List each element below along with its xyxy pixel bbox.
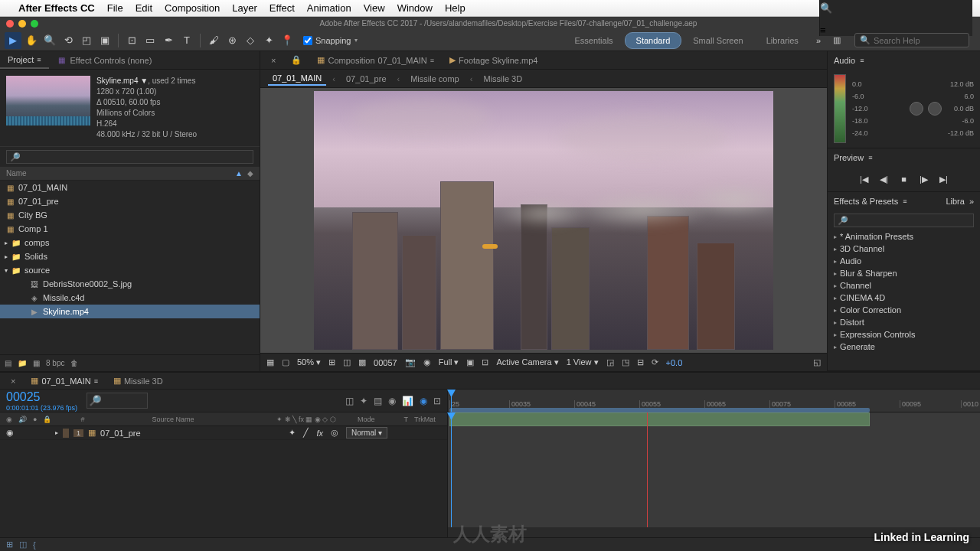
project-columns[interactable]: Name ▲ ◆ bbox=[0, 167, 260, 181]
new-comp-icon[interactable]: ▦ bbox=[33, 359, 40, 367]
workspace-standard[interactable]: Standard bbox=[625, 32, 682, 49]
time-ruler[interactable]: 25 00035 00045 00055 00065 00075 00085 0… bbox=[448, 390, 980, 412]
exposure-value[interactable]: +0.0 bbox=[666, 358, 683, 367]
chevron-down-icon[interactable]: ▾ bbox=[354, 37, 358, 44]
switch-blur[interactable]: ◎ bbox=[331, 428, 338, 438]
item-folder-solids[interactable]: ▸📁Solids bbox=[0, 249, 260, 263]
bc-missile[interactable]: Missile comp bbox=[406, 73, 464, 85]
item-comp-pre[interactable]: ▦07_01_pre bbox=[0, 194, 260, 208]
bc-missile3d[interactable]: Missile 3D bbox=[479, 73, 527, 85]
eraser-tool[interactable]: ◇ bbox=[242, 32, 259, 49]
item-comp-1[interactable]: ▦Comp 1 bbox=[0, 222, 260, 236]
toggle-in-out-icon[interactable]: { bbox=[33, 540, 36, 549]
toggle-switches-icon[interactable]: ⊞ bbox=[6, 540, 13, 549]
roi-icon[interactable]: ◫ bbox=[343, 357, 351, 367]
item-file-skyline[interactable]: ▶Skyline.mp4 bbox=[0, 305, 260, 318]
timeline-icon[interactable]: ⊟ bbox=[637, 357, 644, 367]
flowchart-icon[interactable]: ◱ bbox=[813, 357, 821, 367]
pen-tool[interactable]: ✒ bbox=[160, 32, 177, 49]
frame-display[interactable]: 00057 bbox=[374, 358, 397, 367]
fx-cat-expression[interactable]: Expression Controls bbox=[828, 328, 980, 341]
trash-icon[interactable]: 🗑 bbox=[70, 359, 78, 367]
workspace-more[interactable]: » bbox=[810, 33, 827, 48]
timeline-search[interactable] bbox=[87, 393, 148, 409]
project-search-input[interactable] bbox=[6, 150, 253, 164]
snapping-checkbox[interactable] bbox=[303, 36, 312, 45]
timeline-track-area[interactable]: 25 00035 00045 00055 00065 00075 00085 0… bbox=[448, 390, 980, 537]
item-comp-main[interactable]: ▦07_01_MAIN bbox=[0, 181, 260, 194]
level-knob-r[interactable] bbox=[928, 102, 942, 116]
puppet-tool[interactable]: 📍 bbox=[279, 32, 296, 49]
prev-frame-button[interactable]: ◀| bbox=[878, 173, 890, 185]
item-file-missile[interactable]: ◈Missile.c4d bbox=[0, 291, 260, 305]
cti-line[interactable] bbox=[451, 412, 452, 527]
label-column-icon[interactable]: ◆ bbox=[247, 169, 253, 178]
level-knob-l[interactable] bbox=[910, 102, 923, 116]
solo-col-icon[interactable]: ● bbox=[33, 416, 37, 423]
switch-fx[interactable]: fx bbox=[316, 429, 323, 438]
new-folder-icon[interactable]: 📁 bbox=[18, 359, 27, 367]
current-timecode[interactable]: 00025 bbox=[6, 390, 77, 404]
brain-icon[interactable]: ⊡ bbox=[433, 396, 441, 406]
anchor-tool[interactable]: ⊡ bbox=[123, 32, 140, 49]
brush-tool[interactable]: 🖌 bbox=[205, 32, 222, 49]
camera-select[interactable]: Active Camera ▾ bbox=[496, 357, 558, 367]
current-time-indicator[interactable] bbox=[451, 390, 452, 412]
menu-effect[interactable]: Effect bbox=[270, 2, 295, 14]
tab-effect-controls[interactable]: ▦Effect Controls (none) bbox=[49, 52, 160, 69]
resolution-select[interactable]: Full ▾ bbox=[439, 357, 459, 367]
layer-row-1[interactable]: ◉ ▸ 1 ▦ 07_01_pre ✦ ╱ fx ◎ Normal ▾ bbox=[0, 426, 447, 440]
first-frame-button[interactable]: |◀ bbox=[858, 173, 871, 185]
workspace-essentials[interactable]: Essentials bbox=[563, 32, 624, 49]
zoom-select[interactable]: 50% ▾ bbox=[297, 357, 321, 367]
selection-tool[interactable]: ▶ bbox=[5, 32, 21, 49]
fx-cat-blur[interactable]: Blur & Sharpen bbox=[828, 267, 980, 279]
grid-icon[interactable]: ▦ bbox=[266, 357, 274, 367]
menu-animation[interactable]: Animation bbox=[307, 2, 351, 14]
views-select[interactable]: 1 View ▾ bbox=[567, 357, 599, 367]
camera-tool[interactable]: ▣ bbox=[96, 32, 113, 49]
blend-mode-select[interactable]: Normal ▾ bbox=[346, 427, 387, 439]
fx-cat-audio[interactable]: Audio bbox=[828, 255, 980, 267]
more-icon[interactable]: » bbox=[969, 197, 974, 206]
shy-icon[interactable]: ✦ bbox=[360, 396, 368, 406]
orbit-tool[interactable]: ⟲ bbox=[60, 32, 77, 49]
roto-tool[interactable]: ✦ bbox=[260, 32, 277, 49]
item-file-debris[interactable]: 🖼DebrisStone0002_S.jpg bbox=[0, 277, 260, 291]
label-color[interactable] bbox=[63, 429, 69, 438]
tl-tab-main[interactable]: ▦ 07_01_MAIN ≡ bbox=[24, 373, 103, 388]
tab-project[interactable]: Project ≡ bbox=[0, 52, 49, 69]
frame-blend-icon[interactable]: ▤ bbox=[374, 396, 382, 406]
panel-menu-icon[interactable]: ≡ bbox=[903, 197, 906, 205]
fx-cat-distort[interactable]: Distort bbox=[828, 316, 980, 328]
sort-icon[interactable]: ▲ bbox=[235, 169, 243, 178]
fx-cat-generate[interactable]: Generate bbox=[828, 341, 980, 353]
safe-icon[interactable]: ⊡ bbox=[482, 357, 488, 367]
zoom-button[interactable] bbox=[31, 20, 38, 28]
footage-thumbnail[interactable] bbox=[6, 76, 90, 126]
fx-search-input[interactable] bbox=[834, 214, 974, 227]
text-tool[interactable]: T bbox=[178, 32, 195, 49]
comp-canvas[interactable] bbox=[314, 91, 773, 350]
composition-viewer[interactable] bbox=[260, 88, 827, 353]
menu-composition[interactable]: Composition bbox=[165, 2, 220, 14]
panel-menu-icon[interactable]: ≡ bbox=[860, 57, 864, 64]
menu-view[interactable]: View bbox=[364, 2, 385, 14]
menu-window[interactable]: Window bbox=[397, 2, 433, 14]
clone-tool[interactable]: ⊛ bbox=[224, 32, 240, 49]
tab-composition[interactable]: ▦ Composition 07_01_MAIN ≡ bbox=[311, 53, 440, 67]
item-folder-source[interactable]: ▾📁source bbox=[0, 263, 260, 277]
snapping-toggle[interactable]: Snapping ▾ bbox=[303, 36, 358, 45]
panel-menu-icon[interactable]: ≡ bbox=[37, 56, 41, 64]
fx-cat-presets[interactable]: * Animation Presets bbox=[828, 230, 980, 243]
close-tab[interactable]: × bbox=[265, 54, 282, 67]
fx-cat-color[interactable]: Color Correction bbox=[828, 304, 980, 316]
switch-collapse[interactable]: ╱ bbox=[303, 428, 309, 438]
motion-blur-icon[interactable]: ◉ bbox=[388, 396, 396, 406]
panel-menu-icon[interactable]: ≡ bbox=[430, 57, 434, 64]
help-search[interactable]: 🔍 bbox=[854, 33, 969, 47]
workspace-reset-icon[interactable]: ▥ bbox=[827, 32, 847, 48]
bc-main[interactable]: 07_01_MAIN bbox=[268, 72, 326, 86]
app-menu[interactable]: After Effects CC bbox=[18, 2, 95, 14]
toggle-icon[interactable]: ▢ bbox=[282, 357, 289, 367]
